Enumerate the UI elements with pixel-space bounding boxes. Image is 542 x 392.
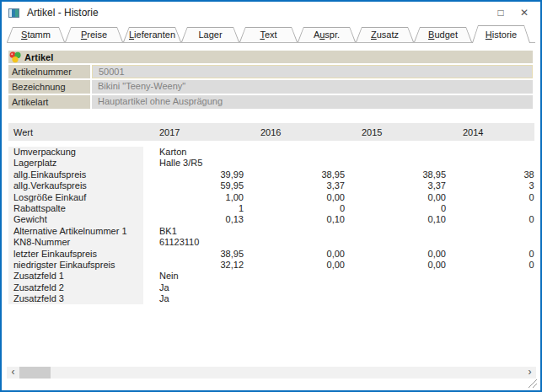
field-value: Bikini "Teeny-Weeny" xyxy=(92,80,533,94)
table-row[interactable]: LagerplatzHalle 3/R5 xyxy=(8,158,534,169)
row-value: 0,00 xyxy=(244,192,346,203)
table-row[interactable]: UmverpackungKarton xyxy=(8,147,534,158)
table-row[interactable]: Rabattspalte1000 xyxy=(8,203,534,214)
scroll-left-icon[interactable]: ‹ xyxy=(7,367,19,379)
row-label: Zusatzfeld 2 xyxy=(8,282,143,293)
horizontal-scrollbar[interactable]: ‹ › xyxy=(7,367,536,379)
row-value: 0,13 xyxy=(143,214,244,225)
tab-label: Lieferanten xyxy=(124,28,180,42)
row-value: 0,10 xyxy=(447,214,534,225)
column-header-wert: Wert xyxy=(8,127,143,137)
column-header-2015: 2015 xyxy=(346,127,447,137)
scrollbar-thumb[interactable] xyxy=(19,367,51,379)
row-value xyxy=(346,271,447,282)
row-value: 59,95 xyxy=(143,180,244,191)
window-controls: □ ✕ xyxy=(491,5,534,20)
tab-label: Lager xyxy=(182,28,239,42)
table-row[interactable]: Gewicht0,130,100,100,10 xyxy=(8,214,534,225)
tab-text[interactable]: Text xyxy=(239,27,298,42)
tab-lieferanten[interactable]: Lieferanten xyxy=(123,27,181,42)
row-value: 0,10 xyxy=(244,214,346,225)
row-value xyxy=(447,282,534,293)
row-value: 0,00 xyxy=(346,249,447,260)
column-header-2017: 2017 xyxy=(143,127,244,137)
column-header-2016: 2016 xyxy=(244,127,346,137)
row-value: 3,37 xyxy=(244,180,346,191)
tab-auspr[interactable]: Auspr. xyxy=(298,27,356,42)
field-value: 50001 xyxy=(92,65,533,78)
row-value xyxy=(447,237,534,248)
row-value xyxy=(244,237,346,248)
row-label: letzter Einkaufspreis xyxy=(8,249,143,260)
table-row[interactable]: KN8-Nummer61123110 xyxy=(8,237,534,248)
table-row[interactable]: Zusatzfeld 1Nein xyxy=(8,271,534,282)
section-title: Artikel xyxy=(24,52,53,62)
field-label: Artikelart xyxy=(8,95,90,109)
app-icon xyxy=(8,8,19,18)
scroll-right-icon[interactable]: › xyxy=(523,367,536,379)
column-header-2014: 2014 xyxy=(447,127,534,137)
row-value: Halle 3/R5 xyxy=(143,158,244,169)
row-label: Zusatzfeld 1 xyxy=(8,271,143,282)
row-label: KN8-Nummer xyxy=(8,237,143,248)
row-value: 39,99 xyxy=(143,169,244,180)
grid-body: UmverpackungKartonLagerplatzHalle 3/R5al… xyxy=(8,147,534,304)
row-value: 0 xyxy=(346,203,447,214)
table-row[interactable]: Zusatzfeld 2Ja xyxy=(8,282,534,293)
maximize-button[interactable]: □ xyxy=(491,5,510,20)
row-value xyxy=(447,271,534,282)
table-row[interactable]: letzter Einkaufspreis38,950,000,000,00 xyxy=(8,249,534,260)
resize-grip-icon[interactable] xyxy=(527,378,538,389)
row-label: Zusatzfeld 3 xyxy=(8,293,143,304)
window-title: Artikel - Historie xyxy=(27,7,99,19)
row-value: 3,37 xyxy=(346,180,447,191)
row-value: 0,00 xyxy=(346,260,447,271)
row-value: 38,95 xyxy=(447,169,534,180)
row-value: 38,95 xyxy=(346,169,447,180)
row-value: 1 xyxy=(143,203,244,214)
table-row[interactable]: allg.Verkaufspreis59,953,373,373,37 xyxy=(8,180,534,191)
row-value xyxy=(346,226,447,237)
row-value: 0,00 xyxy=(447,249,534,260)
row-value: 1,00 xyxy=(143,192,244,203)
row-label: allg.Verkaufspreis xyxy=(8,180,143,191)
row-value: 0,10 xyxy=(346,214,447,225)
field-label: Bezeichnung xyxy=(8,80,90,94)
row-value xyxy=(346,293,447,304)
row-label: Rabattspalte xyxy=(8,203,143,214)
tab-label: Auspr. xyxy=(298,28,355,42)
tab-zusatz[interactable]: Zusatz xyxy=(356,27,414,42)
row-value: 38,95 xyxy=(143,249,244,260)
tab-stamm[interactable]: Stamm xyxy=(7,27,65,42)
row-label: allg.Einkaufspreis xyxy=(8,169,143,180)
tab-budget[interactable]: Budget xyxy=(414,27,472,42)
row-label: Losgröße Einkauf xyxy=(8,192,143,203)
row-value xyxy=(244,158,346,169)
table-row[interactable]: Zusatzfeld 3Ja xyxy=(8,293,534,304)
form-row-bezeichnung: BezeichnungBikini "Teeny-Weeny" xyxy=(8,80,533,94)
row-value: Ja xyxy=(143,293,244,304)
row-value xyxy=(346,147,447,158)
row-value: Ja xyxy=(143,282,244,293)
close-button[interactable]: ✕ xyxy=(515,5,534,20)
row-value: BK1 xyxy=(143,226,244,237)
table-row[interactable]: niedrigster Einkaufspreis32,120,000,000,… xyxy=(8,260,534,271)
tab-historie[interactable]: Historie xyxy=(472,25,530,43)
row-label: Lagerplatz xyxy=(8,158,143,169)
row-label: niedrigster Einkaufspreis xyxy=(8,260,143,271)
tab-lager[interactable]: Lager xyxy=(181,27,239,42)
row-label: Gewicht xyxy=(8,214,143,225)
table-row[interactable]: Alternative Artikelnummer 1BK1 xyxy=(8,226,534,237)
tab-label: Budget xyxy=(415,28,471,42)
artikel-historie-window: Artikel - Historie □ ✕ StammPreiseLiefer… xyxy=(0,0,542,392)
article-form: Artikelnummer50001BezeichnungBikini "Tee… xyxy=(2,65,540,109)
row-value: 0,00 xyxy=(244,249,346,260)
table-row[interactable]: Losgröße Einkauf1,000,000,000,00 xyxy=(8,192,534,203)
titlebar: Artikel - Historie □ ✕ xyxy=(2,2,540,24)
tab-preise[interactable]: Preise xyxy=(65,27,123,42)
table-row[interactable]: allg.Einkaufspreis39,9938,9538,9538,95 xyxy=(8,169,534,180)
artikel-section-header: Artikel xyxy=(8,51,533,63)
row-value: 0,00 xyxy=(447,260,534,271)
row-value: 0,00 xyxy=(346,192,447,203)
tab-strip: StammPreiseLieferantenLagerTextAuspr.Zus… xyxy=(7,25,535,43)
